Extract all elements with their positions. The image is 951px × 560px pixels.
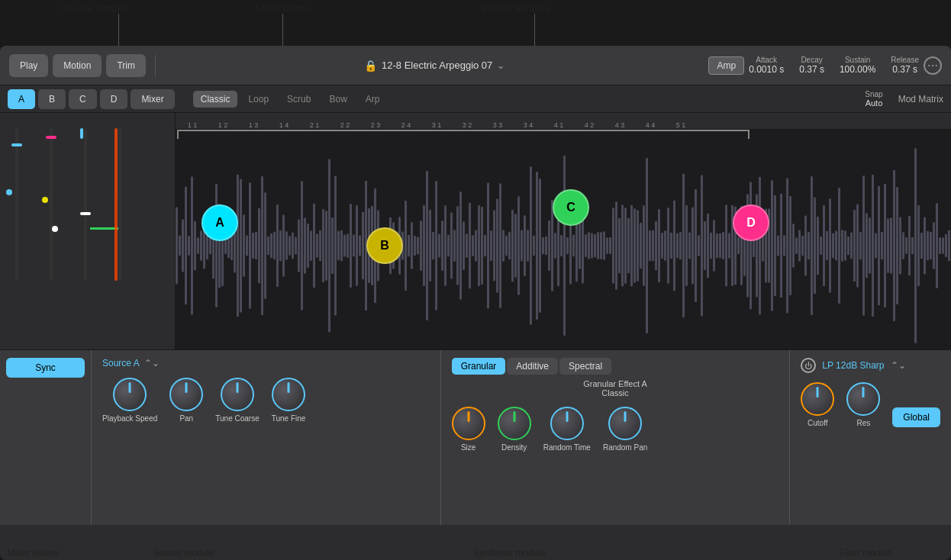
svg-rect-152 <box>640 223 642 269</box>
svg-rect-28 <box>261 176 263 315</box>
svg-rect-103 <box>490 230 492 261</box>
handle-a-label: A <box>215 216 224 230</box>
random-time-knob[interactable] <box>550 407 584 440</box>
synth-knob-row: Size Density Random Time Random Pan <box>452 402 779 452</box>
handle-b-label: B <box>380 239 389 253</box>
playmode-loop[interactable]: Loop <box>240 91 276 108</box>
svg-rect-41 <box>301 181 303 311</box>
svg-rect-27 <box>258 208 260 283</box>
cutoff-knob[interactable] <box>801 382 834 416</box>
svg-rect-207 <box>808 232 810 259</box>
tune-coarse-label: Tune Coarse <box>215 414 259 423</box>
svg-rect-89 <box>447 235 450 256</box>
svg-rect-225 <box>862 175 865 315</box>
granular-tab[interactable]: Granular <box>452 358 506 375</box>
slider-c-top-indicator <box>80 128 83 139</box>
tune-fine-knob[interactable] <box>272 378 305 411</box>
source-chevron-icon[interactable]: ⌃⌄ <box>144 358 160 369</box>
svg-rect-24 <box>249 182 251 308</box>
mod-matrix-button[interactable]: Mod Matrix <box>898 94 943 105</box>
svg-rect-253 <box>948 230 950 262</box>
mixer-tab[interactable]: Mixer <box>131 89 174 109</box>
trim-button[interactable]: Trim <box>106 54 146 77</box>
play-button[interactable]: Play <box>9 54 48 77</box>
source-tab-b[interactable]: B <box>38 89 66 109</box>
playmode-arp[interactable]: Arp <box>358 91 388 108</box>
attack-label: Attack <box>756 56 777 64</box>
tick-51: 5 1 <box>666 121 696 129</box>
source-handle-d[interactable]: D <box>733 204 769 241</box>
lock-icon: 🔒 <box>364 60 377 72</box>
playmode-bow[interactable]: Bow <box>321 91 354 108</box>
source-tab-a[interactable]: A <box>8 89 35 109</box>
slider-a-thumb[interactable] <box>11 143 22 146</box>
res-knob[interactable] <box>846 382 880 416</box>
pan-knob[interactable] <box>169 378 203 411</box>
svg-rect-204 <box>798 230 801 262</box>
more-button[interactable]: ⋯ <box>924 56 942 75</box>
svg-rect-31 <box>270 233 272 258</box>
playback-speed-knob[interactable] <box>113 378 147 411</box>
tick-21: 2 1 <box>299 121 330 129</box>
additive-tab[interactable]: Additive <box>507 358 558 375</box>
svg-rect-200 <box>786 179 788 314</box>
size-knob[interactable] <box>452 407 485 440</box>
plugin-body: Play Motion Trim 🔒 12-8 Electric Arpeggi… <box>0 46 951 560</box>
tick-42: 4 2 <box>574 121 604 129</box>
source-handle-b[interactable]: B <box>366 227 403 264</box>
spectral-tab[interactable]: Spectral <box>559 358 611 375</box>
svg-rect-21 <box>240 179 242 313</box>
svg-rect-116 <box>530 166 532 324</box>
svg-rect-47 <box>319 230 321 261</box>
annotation-line-mixer <box>282 14 283 46</box>
synthesis-module: Granular Additive Spectral Granular Effe… <box>441 350 791 525</box>
env-params: Attack 0.0010 s Decay 0.37 s Sustain 100… <box>749 56 919 75</box>
svg-rect-139 <box>600 232 602 259</box>
svg-rect-8 <box>200 230 202 260</box>
svg-rect-124 <box>554 233 556 258</box>
svg-rect-91 <box>453 230 456 261</box>
svg-rect-232 <box>884 184 886 307</box>
mixer-button-annotation: Mixer button <box>256 3 311 14</box>
slider-b-thumb[interactable] <box>46 136 56 139</box>
filter-knob-row: Cutoff Res Global <box>801 378 940 427</box>
filter-power-button[interactable]: ⏻ <box>801 358 816 373</box>
sync-button[interactable]: Sync <box>6 358 85 378</box>
svg-rect-40 <box>298 219 300 272</box>
amp-button[interactable]: Amp <box>708 56 744 75</box>
tick-32: 3 2 <box>452 121 482 129</box>
source-handle-a[interactable]: A <box>201 204 238 241</box>
decay-param: Decay 0.37 s <box>799 56 824 75</box>
snap-value[interactable]: Auto <box>866 98 883 108</box>
svg-rect-29 <box>264 192 266 299</box>
playmode-classic[interactable]: Classic <box>193 91 238 108</box>
svg-rect-211 <box>820 237 822 255</box>
sustain-label: Sustain <box>845 56 870 64</box>
source-handle-c[interactable]: C <box>553 189 589 226</box>
filter-chevron-icon[interactable]: ⌃⌄ <box>891 360 906 371</box>
sustain-value: 100.00% <box>840 64 875 75</box>
handle-c-label: C <box>566 201 575 214</box>
annotation-line-handles <box>534 14 535 46</box>
playmode-scrub[interactable]: Scrub <box>279 91 318 108</box>
svg-rect-201 <box>789 196 791 295</box>
svg-rect-0 <box>176 207 178 284</box>
chevron-down-icon[interactable]: ⌄ <box>497 60 505 71</box>
svg-rect-53 <box>337 231 340 260</box>
source-tab-c[interactable]: C <box>69 89 97 109</box>
svg-rect-45 <box>313 204 315 288</box>
slider-a-rail <box>15 128 18 281</box>
random-pan-knob[interactable] <box>608 407 642 440</box>
svg-rect-105 <box>496 199 498 293</box>
source-tab-d[interactable]: D <box>100 89 128 109</box>
global-button[interactable]: Global <box>892 407 940 427</box>
svg-rect-231 <box>881 232 883 259</box>
svg-rect-23 <box>246 236 248 256</box>
mixer-panel <box>0 113 176 349</box>
slider-c-thumb[interactable] <box>80 212 91 215</box>
density-knob[interactable] <box>498 407 531 440</box>
tune-coarse-knob[interactable] <box>221 378 254 411</box>
svg-rect-80 <box>420 220 422 270</box>
tick-22: 2 2 <box>330 121 360 129</box>
motion-button[interactable]: Motion <box>53 54 102 77</box>
